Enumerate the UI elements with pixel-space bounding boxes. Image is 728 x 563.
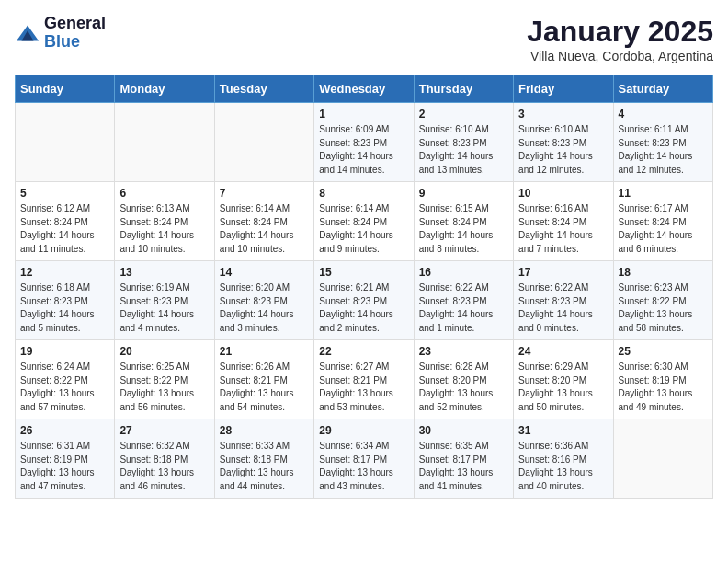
calendar-cell: 20Sunrise: 6:25 AM Sunset: 8:22 PM Dayli… — [115, 340, 214, 419]
day-number: 22 — [319, 345, 408, 358]
day-number: 11 — [619, 187, 708, 200]
calendar-cell: 29Sunrise: 6:34 AM Sunset: 8:17 PM Dayli… — [314, 419, 414, 499]
weekday-header: Monday — [115, 75, 214, 103]
title-area: January 2025 Villa Nueva, Cordoba, Argen… — [527, 15, 713, 63]
day-info: Sunrise: 6:27 AM Sunset: 8:21 PM Dayligh… — [319, 361, 408, 414]
day-info: Sunrise: 6:22 AM Sunset: 8:23 PM Dayligh… — [419, 282, 508, 335]
calendar-cell: 28Sunrise: 6:33 AM Sunset: 8:18 PM Dayli… — [214, 419, 313, 499]
calendar-cell: 30Sunrise: 6:35 AM Sunset: 8:17 PM Dayli… — [414, 419, 513, 499]
day-info: Sunrise: 6:11 AM Sunset: 8:23 PM Dayligh… — [619, 123, 708, 177]
calendar-cell: 24Sunrise: 6:29 AM Sunset: 8:20 PM Dayli… — [514, 340, 613, 419]
day-info: Sunrise: 6:36 AM Sunset: 8:16 PM Dayligh… — [518, 440, 608, 493]
day-info: Sunrise: 6:29 AM Sunset: 8:20 PM Dayligh… — [518, 361, 608, 414]
day-info: Sunrise: 6:19 AM Sunset: 8:23 PM Dayligh… — [119, 282, 209, 335]
day-info: Sunrise: 6:14 AM Sunset: 8:24 PM Dayligh… — [319, 202, 408, 256]
day-info: Sunrise: 6:28 AM Sunset: 8:20 PM Dayligh… — [419, 361, 508, 414]
calendar-cell: 11Sunrise: 6:17 AM Sunset: 8:24 PM Dayli… — [613, 182, 712, 261]
day-info: Sunrise: 6:17 AM Sunset: 8:24 PM Dayligh… — [619, 202, 708, 256]
day-info: Sunrise: 6:23 AM Sunset: 8:22 PM Dayligh… — [619, 282, 708, 335]
day-number: 17 — [518, 266, 608, 279]
calendar-cell: 31Sunrise: 6:36 AM Sunset: 8:16 PM Dayli… — [514, 419, 613, 499]
calendar-cell — [16, 103, 115, 182]
day-number: 2 — [419, 108, 508, 121]
day-number: 12 — [20, 266, 109, 279]
calendar-cell — [613, 419, 712, 499]
location: Villa Nueva, Cordoba, Argentina — [527, 49, 713, 63]
logo-text: General Blue — [44, 15, 106, 52]
calendar-cell: 23Sunrise: 6:28 AM Sunset: 8:20 PM Dayli… — [414, 340, 513, 419]
day-number: 14 — [220, 266, 309, 279]
calendar-cell: 25Sunrise: 6:30 AM Sunset: 8:19 PM Dayli… — [613, 340, 712, 419]
weekday-header: Thursday — [414, 75, 513, 103]
calendar-cell: 8Sunrise: 6:14 AM Sunset: 8:24 PM Daylig… — [314, 182, 414, 261]
day-info: Sunrise: 6:16 AM Sunset: 8:24 PM Dayligh… — [518, 202, 608, 256]
day-number: 13 — [119, 266, 209, 279]
day-number: 21 — [220, 345, 309, 358]
day-info: Sunrise: 6:09 AM Sunset: 8:23 PM Dayligh… — [319, 123, 408, 177]
day-number: 5 — [20, 187, 109, 200]
calendar-body: 1Sunrise: 6:09 AM Sunset: 8:23 PM Daylig… — [16, 103, 713, 499]
day-info: Sunrise: 6:35 AM Sunset: 8:17 PM Dayligh… — [419, 440, 508, 493]
logo-general: General — [44, 15, 106, 33]
calendar-cell: 13Sunrise: 6:19 AM Sunset: 8:23 PM Dayli… — [115, 261, 214, 340]
day-number: 10 — [518, 187, 608, 200]
calendar-cell: 26Sunrise: 6:31 AM Sunset: 8:19 PM Dayli… — [16, 419, 115, 499]
day-info: Sunrise: 6:31 AM Sunset: 8:19 PM Dayligh… — [20, 440, 109, 493]
day-info: Sunrise: 6:10 AM Sunset: 8:23 PM Dayligh… — [419, 123, 508, 177]
calendar-cell: 10Sunrise: 6:16 AM Sunset: 8:24 PM Dayli… — [514, 182, 613, 261]
calendar-cell: 2Sunrise: 6:10 AM Sunset: 8:23 PM Daylig… — [414, 103, 513, 182]
calendar-week-row: 19Sunrise: 6:24 AM Sunset: 8:22 PM Dayli… — [16, 340, 713, 419]
calendar-cell: 19Sunrise: 6:24 AM Sunset: 8:22 PM Dayli… — [16, 340, 115, 419]
day-number: 19 — [20, 345, 109, 358]
logo: General Blue — [15, 15, 106, 52]
day-number: 9 — [419, 187, 508, 200]
day-info: Sunrise: 6:15 AM Sunset: 8:24 PM Dayligh… — [419, 202, 508, 256]
day-number: 18 — [619, 266, 708, 279]
weekday-row: SundayMondayTuesdayWednesdayThursdayFrid… — [16, 75, 713, 103]
day-info: Sunrise: 6:12 AM Sunset: 8:24 PM Dayligh… — [20, 202, 109, 256]
day-number: 1 — [319, 108, 408, 121]
day-number: 29 — [319, 424, 408, 437]
day-number: 24 — [518, 345, 608, 358]
page-header: General Blue January 2025 Villa Nueva, C… — [15, 15, 713, 63]
day-number: 16 — [419, 266, 508, 279]
calendar-cell: 12Sunrise: 6:18 AM Sunset: 8:23 PM Dayli… — [16, 261, 115, 340]
calendar-cell — [115, 103, 214, 182]
logo-blue: Blue — [44, 33, 106, 52]
calendar-cell: 6Sunrise: 6:13 AM Sunset: 8:24 PM Daylig… — [115, 182, 214, 261]
weekday-header: Friday — [514, 75, 613, 103]
day-info: Sunrise: 6:32 AM Sunset: 8:18 PM Dayligh… — [119, 440, 209, 493]
day-info: Sunrise: 6:25 AM Sunset: 8:22 PM Dayligh… — [119, 361, 209, 414]
calendar-cell: 17Sunrise: 6:22 AM Sunset: 8:23 PM Dayli… — [514, 261, 613, 340]
day-info: Sunrise: 6:30 AM Sunset: 8:19 PM Dayligh… — [619, 361, 708, 414]
weekday-header: Saturday — [613, 75, 712, 103]
weekday-header: Wednesday — [314, 75, 414, 103]
day-number: 26 — [20, 424, 109, 437]
day-info: Sunrise: 6:33 AM Sunset: 8:18 PM Dayligh… — [220, 440, 309, 493]
day-info: Sunrise: 6:24 AM Sunset: 8:22 PM Dayligh… — [20, 361, 109, 414]
day-info: Sunrise: 6:20 AM Sunset: 8:23 PM Dayligh… — [220, 282, 309, 335]
calendar-cell: 18Sunrise: 6:23 AM Sunset: 8:22 PM Dayli… — [613, 261, 712, 340]
calendar-table: SundayMondayTuesdayWednesdayThursdayFrid… — [15, 75, 713, 499]
calendar-header: SundayMondayTuesdayWednesdayThursdayFrid… — [16, 75, 713, 103]
day-number: 27 — [119, 424, 209, 437]
calendar-cell: 7Sunrise: 6:14 AM Sunset: 8:24 PM Daylig… — [214, 182, 313, 261]
day-info: Sunrise: 6:14 AM Sunset: 8:24 PM Dayligh… — [220, 202, 309, 256]
day-info: Sunrise: 6:22 AM Sunset: 8:23 PM Dayligh… — [518, 282, 608, 335]
day-number: 23 — [419, 345, 508, 358]
calendar-week-row: 1Sunrise: 6:09 AM Sunset: 8:23 PM Daylig… — [16, 103, 713, 182]
month-title: January 2025 — [527, 15, 713, 49]
day-number: 28 — [220, 424, 309, 437]
calendar-cell: 27Sunrise: 6:32 AM Sunset: 8:18 PM Dayli… — [115, 419, 214, 499]
calendar-cell — [214, 103, 313, 182]
day-number: 6 — [119, 187, 209, 200]
day-number: 4 — [619, 108, 708, 121]
weekday-header: Tuesday — [214, 75, 313, 103]
day-info: Sunrise: 6:10 AM Sunset: 8:23 PM Dayligh… — [518, 123, 608, 177]
calendar-cell: 14Sunrise: 6:20 AM Sunset: 8:23 PM Dayli… — [214, 261, 313, 340]
calendar-cell: 21Sunrise: 6:26 AM Sunset: 8:21 PM Dayli… — [214, 340, 313, 419]
calendar-cell: 4Sunrise: 6:11 AM Sunset: 8:23 PM Daylig… — [613, 103, 712, 182]
day-number: 8 — [319, 187, 408, 200]
day-info: Sunrise: 6:13 AM Sunset: 8:24 PM Dayligh… — [119, 202, 209, 256]
calendar-cell: 5Sunrise: 6:12 AM Sunset: 8:24 PM Daylig… — [16, 182, 115, 261]
